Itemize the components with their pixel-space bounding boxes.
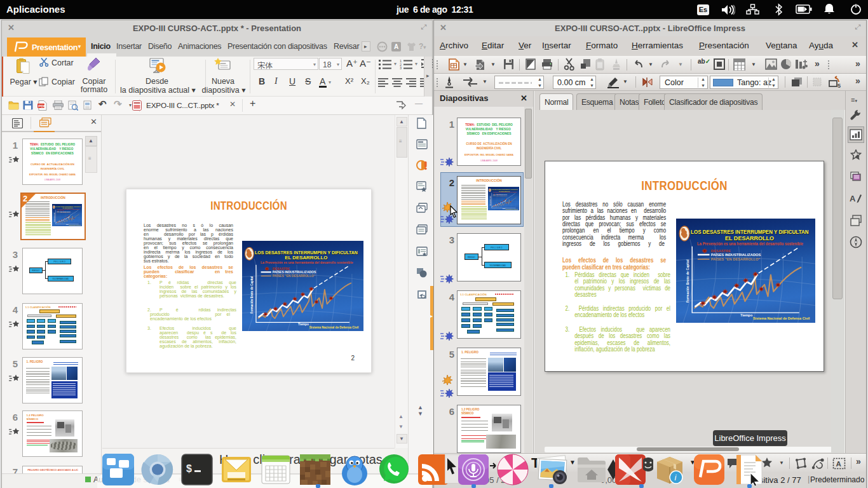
svg-text:A: A (850, 194, 856, 203)
svg-text:5: 5 (837, 83, 841, 88)
svg-text:PDF: PDF (38, 104, 46, 108)
svg-text:3: 3 (400, 66, 402, 69)
svg-text:A: A (836, 460, 841, 468)
